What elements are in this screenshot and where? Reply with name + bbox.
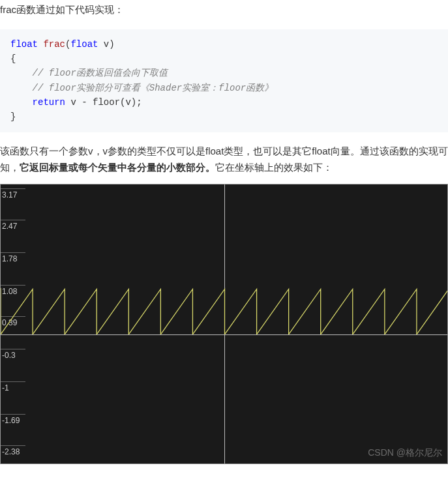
code-funcname: frac: [38, 39, 65, 50]
frac-waveform: [1, 185, 448, 464]
code-keyword: float: [70, 39, 98, 50]
intro-text: frac函数通过如下代码实现：: [0, 0, 448, 24]
code-comment: // floor函数返回值会向下取值: [10, 68, 168, 78]
desc-bold: 它返回标量或每个矢量中各分量的小数部分。: [20, 162, 215, 173]
code-text: v - floor(v);: [65, 97, 142, 108]
code-block: float frac(float v) { // floor函数返回值会向下取值…: [0, 29, 448, 132]
code-text: {: [10, 53, 16, 64]
code-comment: // floor实验部分可查看《Shader实验室：floor函数》: [10, 83, 273, 93]
description-text: 该函数只有一个参数v，v参数的类型不仅可以是float类型，也可以是其它floa…: [0, 143, 448, 176]
code-text: v): [98, 39, 114, 50]
chart-container: 3.17 2.47 1.78 1.08 0.39 -0.3 -1 -1.69 -…: [0, 184, 448, 464]
code-text: }: [10, 111, 16, 122]
desc-part2: 它在坐标轴上的效果如下：: [215, 162, 333, 173]
code-keyword: float: [10, 39, 38, 50]
code-keyword: return: [10, 97, 65, 108]
